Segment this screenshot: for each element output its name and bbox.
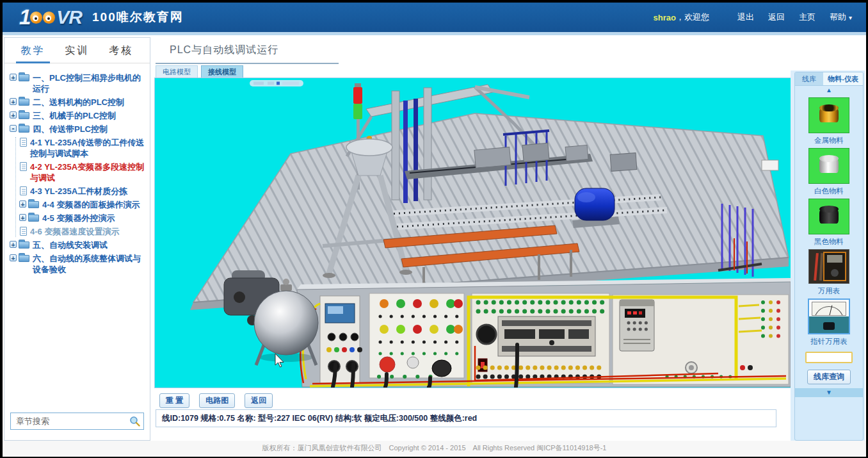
tree-item-selected[interactable]: 4-2 YL-235A变频器多段速控制与调试 <box>19 161 149 183</box>
open-folder-icon <box>19 126 29 133</box>
viewport-toolbar: 重 置 电路图 返回 <box>159 393 273 408</box>
expand-plus-icon[interactable] <box>19 200 26 208</box>
white-material-icon[interactable] <box>808 148 849 184</box>
site-logo[interactable]: 1 VR <box>19 5 82 29</box>
tree-item-label[interactable]: 4-6 变频器速度设置演示 <box>30 226 149 237</box>
nav-back[interactable]: 返回 <box>768 12 785 23</box>
expand-plus-icon[interactable] <box>10 241 17 248</box>
nav-help-label: 帮助 <box>830 12 846 22</box>
copyright-footer: 版权所有：厦门凤凰创壹软件有限公司 Copyright © 2014 - 201… <box>3 441 866 457</box>
tree-item[interactable]: 4-4 变频器的面板操作演示 <box>19 199 149 210</box>
tree-children: 4-1 YL-235A传送带的工件传送控制与调试脚本 4-2 YL-235A变频… <box>15 137 149 237</box>
material-label: 指针万用表 <box>795 337 863 347</box>
tab-wire-library[interactable]: 线库 <box>795 72 823 85</box>
reset-button[interactable]: 重 置 <box>159 393 189 408</box>
tab-assessment[interactable]: 考核 <box>99 38 143 63</box>
tree-item-label[interactable]: 五、自动线安装调试 <box>33 240 149 250</box>
material-label: 黑色物料 <box>795 237 863 247</box>
tree-item-label[interactable]: 4-5 变频器外控演示 <box>42 213 149 224</box>
expand-plus-icon[interactable] <box>10 254 17 261</box>
search-icon[interactable] <box>129 416 140 427</box>
header-divider <box>3 32 866 35</box>
material-item[interactable]: 黑色物料 <box>795 199 863 247</box>
tree-item[interactable]: 4-5 变频器外控演示 <box>19 213 149 224</box>
expand-plus-icon[interactable] <box>10 98 17 105</box>
tab-circuit-model[interactable]: 电路模型 <box>156 65 198 78</box>
material-item[interactable]: 白色物料 <box>795 148 863 196</box>
expand-plus-icon[interactable] <box>10 74 17 81</box>
main-content: PLC与自动线调试运行 电路模型 接线模型 <box>152 37 793 441</box>
wire-library-input[interactable] <box>805 352 853 363</box>
tab-materials-instruments[interactable]: 物料-仪表 <box>823 72 863 85</box>
expand-plus-icon[interactable] <box>19 214 26 221</box>
tab-teaching[interactable]: 教学 <box>11 38 55 63</box>
return-button[interactable]: 返回 <box>245 393 273 408</box>
tree-item[interactable]: 二、送料机构的PLC控制 <box>10 97 149 108</box>
title-underline <box>156 63 339 64</box>
tree-item-label[interactable]: 二、送料机构的PLC控制 <box>33 97 149 108</box>
3d-viewport[interactable] <box>154 78 791 388</box>
folder-icon <box>19 255 29 262</box>
welcome-text: ，欢迎您 <box>676 12 709 23</box>
metal-material-icon[interactable] <box>808 97 849 133</box>
materials-panel: 线库 物料-仪表 ▲ 金属物料 白色物料 黑色物料 万用表 <box>794 72 864 441</box>
tree-item-label[interactable]: 4-3 YL-235A工件材质分拣 <box>30 186 149 197</box>
tree-item[interactable]: 五、自动线安装调试 <box>10 240 149 250</box>
tree-item-label[interactable]: 一、PLC控制三相异步电机的运行 <box>33 72 149 94</box>
black-material-icon[interactable] <box>808 199 849 234</box>
logo-text-1: 1 <box>19 5 29 29</box>
material-item[interactable]: 金属物料 <box>795 97 863 145</box>
tree-item-label[interactable]: 4-4 变频器的面板操作演示 <box>42 199 149 210</box>
document-icon <box>20 138 27 147</box>
material-item[interactable]: 万用表 <box>795 249 863 296</box>
document-icon <box>20 227 27 236</box>
logo-text-vr: VR <box>56 6 82 28</box>
material-item-selected[interactable]: 指针万用表 <box>795 299 863 347</box>
tree-item-label[interactable]: 六、自动线的系统整体调试与设备验收 <box>33 253 149 275</box>
tab-training[interactable]: 实训 <box>55 38 99 63</box>
viewport-mini-toolbar[interactable] <box>250 80 303 86</box>
nav-logout[interactable]: 退出 <box>737 12 754 23</box>
tree-item[interactable]: 四、传送带PLC控制 <box>10 124 149 135</box>
page-title: PLC与自动线调试运行 <box>170 44 278 57</box>
tree-item[interactable]: 4-3 YL-235A工件材质分拣 <box>19 186 149 197</box>
tree-item-label[interactable]: 四、传送带PLC控制 <box>33 124 149 135</box>
tree-item[interactable]: 六、自动线的系统整体调试与设备验收 <box>10 253 149 275</box>
folder-icon <box>19 99 29 106</box>
scroll-up-icon[interactable]: ▲ <box>795 86 863 95</box>
nav-help[interactable]: 帮助▾ <box>830 12 852 23</box>
collapse-minus-icon[interactable] <box>10 125 17 132</box>
tree-item-label[interactable]: 4-1 YL-235A传送带的工件传送控制与调试脚本 <box>30 137 149 159</box>
tree-item[interactable]: 4-6 变频器速度设置演示 <box>19 226 149 237</box>
top-header: 1 VR 100唯尔教育网 shrao ，欢迎您 退出 返回 主页 帮助▾ <box>3 3 866 32</box>
tree-item-label[interactable]: 4-2 YL-235A变频器多段速控制与调试 <box>30 161 149 183</box>
expand-plus-icon[interactable] <box>10 111 17 119</box>
course-sidebar: 教学 实训 考核 一、PLC控制三相异步电机的运行 二、送料机构的PLC控制 三… <box>4 37 150 441</box>
folder-icon <box>28 215 39 222</box>
folder-icon <box>19 74 29 81</box>
button-panel <box>369 293 464 378</box>
inverter-panel <box>613 295 789 384</box>
tree-item-label[interactable]: 三、机械手的PLC控制 <box>33 110 149 121</box>
material-label: 金属物料 <box>795 136 863 145</box>
tree-item[interactable]: 一、PLC控制三相异步电机的运行 <box>10 72 149 94</box>
site-title: 100唯尔教育网 <box>92 9 184 26</box>
search-input[interactable] <box>10 413 144 430</box>
course-tree: 一、PLC控制三相异步电机的运行 二、送料机构的PLC控制 三、机械手的PLC控… <box>10 70 149 399</box>
chevron-down-icon: ▾ <box>849 14 852 21</box>
materials-panel-tabs: 线库 物料-仪表 <box>795 72 863 86</box>
digital-multimeter-icon[interactable] <box>808 249 849 284</box>
tree-item[interactable]: 4-1 YL-235A传送带的工件传送控制与调试脚本 <box>19 137 149 159</box>
wire-status-bar: 线ID:1079 规格:0.75 名称: 型号:227 IEC 06(RV) 结… <box>156 409 776 427</box>
tree-item[interactable]: 三、机械手的PLC控制 <box>10 110 149 121</box>
analog-multimeter-icon[interactable] <box>808 299 850 334</box>
logo-eye-icon <box>30 12 42 24</box>
model-tabs: 电路模型 接线模型 <box>156 65 243 78</box>
scroll-down-icon[interactable]: ▼ <box>795 388 863 397</box>
nav-home[interactable]: 主页 <box>799 12 816 23</box>
material-label: 万用表 <box>795 286 863 296</box>
3d-scene[interactable] <box>155 78 791 388</box>
tab-wiring-model[interactable]: 接线模型 <box>201 65 243 78</box>
circuit-diagram-button[interactable]: 电路图 <box>199 393 235 408</box>
wire-library-query-button[interactable]: 线库查询 <box>807 370 851 384</box>
